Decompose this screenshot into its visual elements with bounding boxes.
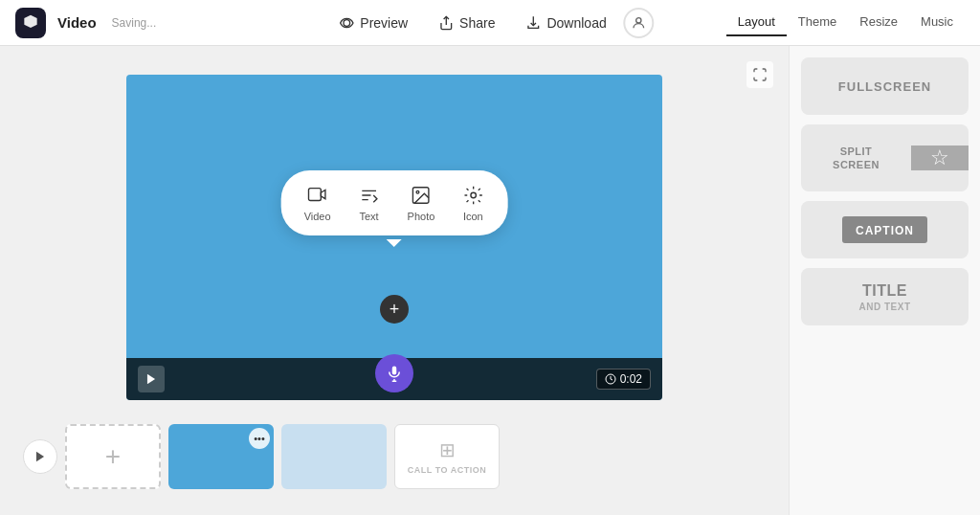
video-canvas: Video Text xyxy=(126,75,662,400)
video-popup-icon xyxy=(306,184,329,207)
svg-point-7 xyxy=(471,192,477,198)
download-button[interactable]: Download xyxy=(512,10,619,36)
layout-title[interactable]: TITLE AND TEXT xyxy=(801,268,969,325)
popup-text-label: Text xyxy=(360,211,379,222)
svg-marker-13 xyxy=(36,452,44,462)
video-controls-bar: 0:02 xyxy=(126,358,662,400)
cta-label: CALL TO ACTION xyxy=(408,465,486,475)
tab-resize[interactable]: Resize xyxy=(848,9,909,36)
tab-theme[interactable]: Theme xyxy=(787,9,848,36)
caption-label: CAPTION xyxy=(856,224,914,237)
share-button[interactable]: Share xyxy=(425,10,508,36)
svg-point-6 xyxy=(416,190,419,193)
play-icon xyxy=(145,372,158,386)
caption-inner: CAPTION xyxy=(842,216,927,243)
cta-icon: ⊞ xyxy=(439,438,456,461)
layout-split-screen[interactable]: SPLITSCREEN ☆ xyxy=(801,124,969,191)
mic-button[interactable] xyxy=(375,354,413,392)
photo-popup-icon xyxy=(410,184,433,207)
main-area: Video Text xyxy=(0,46,980,515)
add-clip-label: + xyxy=(105,441,121,472)
timeline-play-icon xyxy=(33,450,47,463)
topbar-center-actions: Preview Share Download xyxy=(325,8,654,38)
canvas-area: Video Text xyxy=(0,46,789,515)
video-play-button[interactable] xyxy=(138,366,165,392)
title-sub-label: AND TEXT xyxy=(859,302,911,312)
popup-item-photo[interactable]: Photo xyxy=(408,184,435,222)
fullscreen-label: FULLSCREEN xyxy=(838,79,931,94)
split-screen-right: ☆ xyxy=(911,146,969,170)
popup-photo-label: Photo xyxy=(408,211,435,222)
popup-item-video[interactable]: Video xyxy=(304,184,331,222)
text-popup-icon xyxy=(358,184,381,207)
popup-item-text[interactable]: Text xyxy=(358,184,381,222)
add-plus-button[interactable]: + xyxy=(380,295,409,324)
right-tabs: Layout Theme Resize Music xyxy=(726,9,965,36)
share-icon xyxy=(438,15,454,31)
app-title: Video xyxy=(57,14,97,31)
popup-item-icon[interactable]: Icon xyxy=(461,184,484,222)
timeline-play-button[interactable] xyxy=(23,439,57,474)
layout-fullscreen[interactable]: FULLSCREEN xyxy=(801,57,969,115)
download-icon xyxy=(525,15,541,31)
layout-caption[interactable]: CAPTION xyxy=(801,201,969,258)
preview-button[interactable]: Preview xyxy=(325,10,421,36)
svg-marker-8 xyxy=(147,374,155,385)
mic-icon xyxy=(386,365,403,382)
popup-icon-label: Icon xyxy=(463,211,483,222)
title-main-label: TITLE xyxy=(862,282,907,300)
svg-rect-9 xyxy=(392,367,397,375)
tab-layout[interactable]: Layout xyxy=(726,9,787,36)
split-screen-left: SPLITSCREEN xyxy=(801,145,911,172)
svg-point-3 xyxy=(636,17,641,22)
svg-point-0 xyxy=(344,19,350,26)
timeline: + ••• ⊞ CALL TO ACTION xyxy=(15,414,773,500)
tab-music[interactable]: Music xyxy=(909,9,965,36)
user-avatar[interactable] xyxy=(624,8,655,38)
clip-menu-button[interactable]: ••• xyxy=(249,428,270,449)
saving-status: Saving... xyxy=(112,16,157,30)
timeline-clip-add[interactable]: + xyxy=(65,424,161,489)
add-popup-menu: Video Text xyxy=(281,170,508,235)
clock-icon xyxy=(605,373,616,385)
star-icon: ☆ xyxy=(930,146,949,170)
popup-video-label: Video xyxy=(304,211,331,222)
canvas-wrapper: Video Text xyxy=(15,61,773,414)
icon-popup-icon xyxy=(461,184,484,207)
time-value: 0:02 xyxy=(620,372,642,386)
right-panel: FULLSCREEN SPLITSCREEN ☆ CAPTION TITLE A… xyxy=(789,46,980,515)
timeline-clip-cta[interactable]: ⊞ CALL TO ACTION xyxy=(394,424,500,489)
topbar: Video Saving... Preview Share Down xyxy=(0,0,980,46)
timeline-clip-voice[interactable] xyxy=(281,424,387,489)
split-screen-label: SPLITSCREEN xyxy=(833,145,880,172)
fullscreen-expand-button[interactable] xyxy=(746,61,773,88)
expand-icon xyxy=(752,67,768,82)
preview-icon xyxy=(339,15,354,31)
timeline-clip-1[interactable]: ••• xyxy=(168,424,274,489)
user-icon xyxy=(632,15,647,31)
app-logo xyxy=(15,8,46,38)
time-display: 0:02 xyxy=(596,369,651,390)
svg-rect-4 xyxy=(308,189,321,201)
